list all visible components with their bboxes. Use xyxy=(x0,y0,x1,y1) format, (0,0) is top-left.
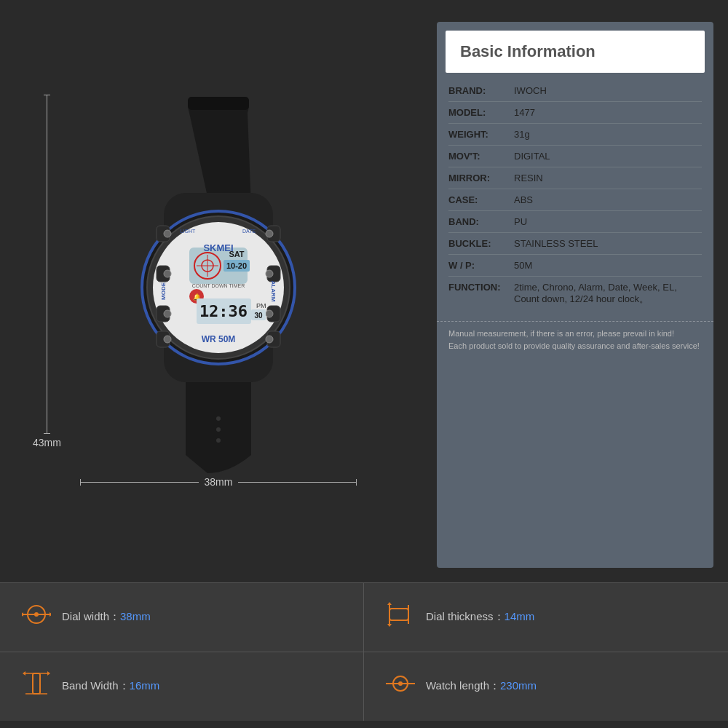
svg-rect-0 xyxy=(188,97,249,110)
svg-text:10-20: 10-20 xyxy=(226,261,247,270)
measure-icon xyxy=(22,601,51,633)
info-value: 31g xyxy=(514,129,702,140)
measure-icon xyxy=(386,670,415,702)
info-row: BRAND: IWOCH xyxy=(448,80,702,102)
svg-rect-57 xyxy=(33,673,40,694)
info-value: 2time, Chrono, Alarm, Date, Week, EL, Co… xyxy=(514,282,702,306)
info-value: PU xyxy=(514,216,702,227)
svg-marker-56 xyxy=(387,624,392,627)
svg-marker-50 xyxy=(22,612,23,617)
svg-marker-60 xyxy=(23,671,25,676)
svg-text:ALARM: ALARM xyxy=(270,281,277,302)
svg-text:WR 50M: WR 50M xyxy=(202,334,236,344)
info-label: BUCKLE: xyxy=(448,238,514,249)
svg-marker-61 xyxy=(47,671,50,676)
measure-cell: Band Width：16mm xyxy=(0,652,364,721)
info-note: Manual measurement, if there is an error… xyxy=(437,321,713,360)
measure-value: 16mm xyxy=(130,679,160,692)
svg-point-22 xyxy=(266,310,273,317)
measure-value: 38mm xyxy=(120,610,151,622)
svg-marker-51 xyxy=(50,612,51,617)
info-label: W / P: xyxy=(448,260,514,271)
svg-point-48 xyxy=(34,612,39,617)
info-label: WEIGHT: xyxy=(448,129,514,140)
measurements-bar: Dial width：38mm Dial thickness：14mm Band… xyxy=(0,582,728,721)
info-row: MOV'T: DIGITAL xyxy=(448,146,702,167)
svg-text:SKMEI: SKMEI xyxy=(203,242,233,253)
info-label: MIRROR: xyxy=(448,173,514,183)
measure-value: 14mm xyxy=(505,610,535,622)
info-card-title: Basic Information xyxy=(460,42,690,61)
info-table: BRAND: IWOCH MODEL: 1477 WEIGHT: 31g MOV… xyxy=(437,73,713,318)
measure-text: Dial thickness：14mm xyxy=(426,610,534,624)
svg-point-21 xyxy=(266,270,273,277)
info-value: 1477 xyxy=(514,107,702,118)
measure-text: Dial width：38mm xyxy=(62,610,151,624)
info-value: ABS xyxy=(514,194,702,205)
svg-point-3 xyxy=(216,438,221,443)
info-label: FUNCTION: xyxy=(448,282,514,293)
svg-point-18 xyxy=(164,310,171,317)
dim-43mm-label: 43mm xyxy=(33,434,61,451)
info-row: MIRROR: RESIN xyxy=(448,167,702,189)
svg-text:PM: PM xyxy=(256,302,266,309)
dim-38mm-label: 38mm xyxy=(199,476,239,488)
watch-panel: 43mm xyxy=(15,22,422,568)
measure-icon xyxy=(22,670,51,702)
svg-text:COUNT DOWN TIMER: COUNT DOWN TIMER xyxy=(192,283,245,288)
measure-cell: Watch length：230mm xyxy=(364,652,728,721)
info-row: BAND: PU xyxy=(448,211,702,233)
svg-point-16 xyxy=(164,230,171,237)
info-label: CASE: xyxy=(448,194,514,205)
main-area: 43mm xyxy=(0,0,728,582)
info-card-header: Basic Information xyxy=(446,31,705,73)
info-value: STAINLESS STEEL xyxy=(514,238,702,249)
measure-value: 230mm xyxy=(500,679,537,692)
info-row: WEIGHT: 31g xyxy=(448,124,702,146)
svg-point-2 xyxy=(216,427,221,432)
svg-text:12:36: 12:36 xyxy=(199,302,248,320)
svg-point-19 xyxy=(164,336,171,343)
info-value: 50M xyxy=(514,260,702,271)
svg-text:30: 30 xyxy=(254,312,263,320)
svg-text:MODE: MODE xyxy=(160,282,167,300)
info-label: MOV'T: xyxy=(448,151,514,162)
svg-point-20 xyxy=(266,230,273,237)
svg-point-17 xyxy=(164,270,171,277)
info-row: MODEL: 1477 xyxy=(448,102,702,124)
info-row: FUNCTION: 2time, Chrono, Alarm, Date, We… xyxy=(448,277,702,311)
note-line1: Manual measurement, if there is an error… xyxy=(448,328,702,340)
svg-point-64 xyxy=(398,681,403,686)
info-row: CASE: ABS xyxy=(448,189,702,211)
svg-text:DATE: DATE xyxy=(242,229,256,234)
measure-text: Watch length：230mm xyxy=(426,679,537,693)
svg-marker-55 xyxy=(387,602,392,605)
info-label: MODEL: xyxy=(448,107,514,118)
svg-point-23 xyxy=(266,336,273,343)
watch-image: MODE ALARM LIGHT DATE SAT 10-20 xyxy=(95,91,342,499)
svg-point-1 xyxy=(216,416,221,421)
info-card: Basic Information BRAND: IWOCH MODEL: 14… xyxy=(437,22,713,568)
info-label: BAND: xyxy=(448,216,514,227)
note-line2: Each product sold to provide quality ass… xyxy=(448,340,702,352)
measure-cell: Dial width：38mm xyxy=(0,583,364,652)
info-value: RESIN xyxy=(514,173,702,183)
measure-icon xyxy=(386,601,415,633)
info-value: DIGITAL xyxy=(514,151,702,162)
info-label: BRAND: xyxy=(448,85,514,96)
measure-text: Band Width：16mm xyxy=(62,679,159,693)
measure-cell: Dial thickness：14mm xyxy=(364,583,728,652)
svg-rect-52 xyxy=(389,609,408,620)
svg-text:LIGHT: LIGHT xyxy=(181,229,196,234)
info-value: IWOCH xyxy=(514,85,702,96)
info-row: BUCKLE: STAINLESS STEEL xyxy=(448,233,702,255)
info-row: W / P: 50M xyxy=(448,255,702,277)
